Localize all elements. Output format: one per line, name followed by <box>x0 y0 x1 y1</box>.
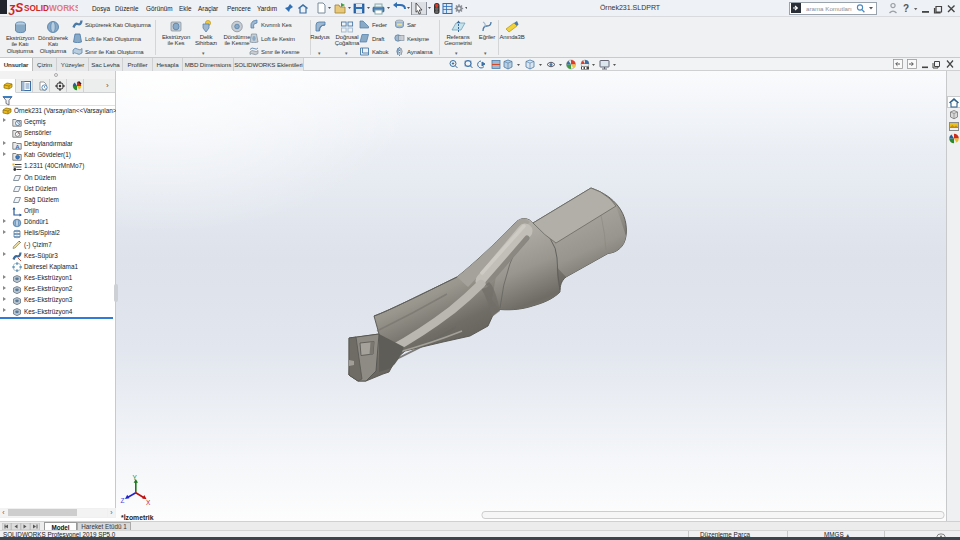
svg-text:Z: Z <box>121 497 125 504</box>
svg-text:ʒS: ʒS <box>8 1 23 15</box>
svg-text:SOLIDWORKS: SOLIDWORKS <box>24 4 78 13</box>
svg-text:*İzometrik: *İzometrik <box>121 514 154 521</box>
svg-text:?: ? <box>903 3 909 14</box>
svg-text:Y: Y <box>133 474 138 481</box>
svg-text:X: X <box>146 499 151 506</box>
